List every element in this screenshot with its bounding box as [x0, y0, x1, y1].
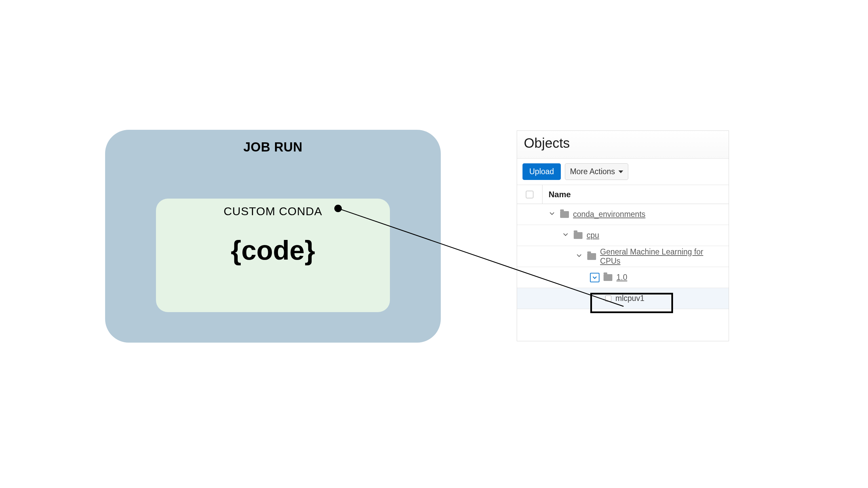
tree-row-general-ml[interactable]: General Machine Learning for CPUs: [517, 246, 729, 267]
tree-row-conda-environments[interactable]: conda_environments: [517, 204, 729, 225]
tree-link[interactable]: conda_environments: [573, 210, 646, 219]
tree-link[interactable]: 1.0: [616, 273, 627, 282]
job-run-title: JOB RUN: [112, 140, 434, 155]
caret-down-icon: [618, 170, 623, 173]
folder-icon: [560, 211, 569, 218]
tree-link[interactable]: cpu: [587, 231, 599, 240]
name-column-header: Name: [542, 190, 571, 199]
custom-conda-box: CUSTOM CONDA {code}: [156, 199, 390, 312]
item-checkbox[interactable]: [605, 296, 611, 302]
code-placeholder: {code}: [162, 235, 384, 266]
custom-conda-title: CUSTOM CONDA: [162, 205, 384, 218]
chevron-down-icon[interactable]: [576, 253, 583, 260]
select-all-cell[interactable]: [517, 185, 542, 204]
folder-icon: [604, 274, 612, 281]
toolbar: Upload More Actions: [517, 158, 729, 185]
chevron-down-icon[interactable]: [549, 211, 556, 218]
job-run-box: JOB RUN CUSTOM CONDA {code}: [105, 130, 441, 343]
chevron-down-icon[interactable]: [590, 273, 599, 282]
upload-button[interactable]: Upload: [522, 163, 561, 180]
folder-icon: [587, 253, 596, 260]
tree-row-cpu[interactable]: cpu: [517, 225, 729, 246]
tree-row-mlcpuv1[interactable]: mlcpuv1: [517, 288, 729, 309]
select-all-checkbox[interactable]: [526, 191, 533, 198]
connector-dot: [334, 205, 342, 212]
more-actions-button[interactable]: More Actions: [565, 163, 628, 180]
objects-header: Objects: [517, 131, 729, 158]
more-actions-label: More Actions: [570, 167, 615, 176]
folder-icon: [574, 232, 583, 239]
chevron-down-icon[interactable]: [563, 232, 570, 239]
table-header-row: Name: [517, 185, 729, 204]
objects-panel: Objects Upload More Actions Name conda_e…: [517, 130, 729, 341]
diagram-container: JOB RUN CUSTOM CONDA {code}: [105, 130, 441, 343]
tree-row-version[interactable]: 1.0: [517, 267, 729, 288]
objects-title: Objects: [524, 136, 722, 151]
tree-file: mlcpuv1: [615, 294, 645, 303]
tree-link[interactable]: General Machine Learning for CPUs: [600, 247, 725, 266]
